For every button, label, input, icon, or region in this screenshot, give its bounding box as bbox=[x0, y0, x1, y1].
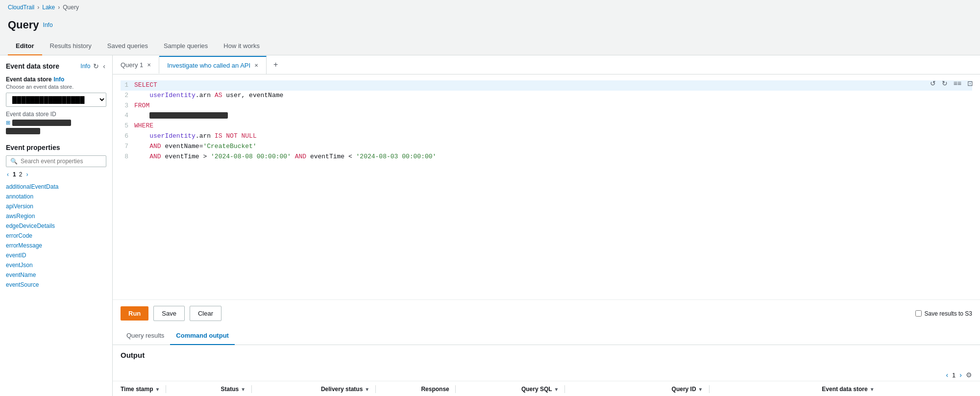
save-s3-checkbox[interactable] bbox=[915, 310, 922, 317]
search-icon: 🔍 bbox=[10, 158, 18, 165]
prop-eventSource[interactable]: eventSource bbox=[6, 281, 106, 289]
prop-eventID[interactable]: eventID bbox=[6, 251, 106, 259]
copy-icon[interactable]: ⊞ bbox=[6, 120, 10, 126]
run-button[interactable]: Run bbox=[121, 306, 148, 321]
th-sep-5 bbox=[564, 385, 565, 393]
prop-eventJson[interactable]: eventJson bbox=[6, 261, 106, 269]
event-ds-info-link[interactable]: Info bbox=[53, 76, 64, 83]
main-layout: Event data store Info ↻ ‹ Event data sto… bbox=[0, 55, 980, 396]
ds-id-value: ⊞ bbox=[6, 120, 106, 126]
props-pagination: ‹ 1 2 › bbox=[6, 171, 106, 178]
sort-delivery-status[interactable]: ▼ bbox=[365, 387, 369, 392]
query-tab-1-label: Query 1 bbox=[121, 61, 143, 69]
code-line-2: 2 userIdentity.arn AS user, eventName bbox=[121, 91, 972, 101]
prop-errorCode[interactable]: errorCode bbox=[6, 232, 106, 240]
query-tab-1-close[interactable]: ✕ bbox=[147, 62, 151, 68]
prop-additionalEventData[interactable]: additionalEventData bbox=[6, 183, 106, 191]
ds-id-text bbox=[12, 120, 71, 126]
top-tabs: Editor Results history Saved queries Sam… bbox=[0, 37, 980, 55]
redo-button[interactable]: ↻ bbox=[941, 78, 949, 88]
ds-id-short bbox=[6, 128, 40, 134]
left-panel-header: Event data store Info ↻ ‹ bbox=[6, 61, 106, 71]
code-line-3: 3 FROM bbox=[121, 101, 972, 111]
event-ds-dropdown[interactable]: ████████████████ bbox=[6, 93, 106, 107]
sort-timestamp[interactable]: ▼ bbox=[155, 387, 160, 392]
gear-button[interactable]: ⚙ bbox=[966, 371, 972, 379]
breadcrumb: CloudTrail › Lake › Query bbox=[0, 0, 980, 15]
editor-toolbar: ↺ ↻ ≡≡ ⊡ bbox=[929, 78, 974, 88]
prop-annotation[interactable]: annotation bbox=[6, 193, 106, 200]
query-tab-investigate-label: Investigate who called an API bbox=[167, 62, 250, 69]
left-panel-title: Event data store bbox=[6, 62, 59, 70]
action-bar: Run Save Clear Save results to S3 bbox=[113, 299, 980, 327]
left-panel-info-link[interactable]: Info bbox=[80, 63, 90, 70]
query-tab-investigate-close[interactable]: ✕ bbox=[254, 63, 258, 68]
query-tab-1[interactable]: Query 1 ✕ bbox=[113, 56, 159, 74]
output-section: Output bbox=[113, 345, 980, 369]
save-s3-label: Save results to S3 bbox=[925, 310, 972, 317]
sort-event-data-store[interactable]: ▼ bbox=[870, 387, 875, 392]
prop-edgeDeviceDetails[interactable]: edgeDeviceDetails bbox=[6, 222, 106, 230]
tab-results-history[interactable]: Results history bbox=[42, 37, 99, 55]
th-event-data-store: Event data store ▼ bbox=[822, 386, 972, 393]
undo-button[interactable]: ↺ bbox=[929, 78, 937, 88]
refresh-button[interactable]: ↻ bbox=[92, 61, 100, 71]
th-delivery-status: Delivery status ▼ bbox=[321, 385, 421, 393]
breadcrumb-lake[interactable]: Lake bbox=[42, 4, 55, 11]
add-query-tab-button[interactable]: + bbox=[267, 55, 285, 74]
results-tab-query-results[interactable]: Query results bbox=[121, 327, 170, 345]
query-tab-investigate[interactable]: Investigate who called an API ✕ bbox=[159, 56, 267, 74]
prop-eventName[interactable]: eventName bbox=[6, 271, 106, 279]
table-header: Time stamp ▼ Status ▼ Delivery status ▼ … bbox=[113, 381, 980, 396]
expand-button[interactable]: ⊡ bbox=[966, 78, 974, 88]
code-line-6: 6 userIdentity.arn IS NOT NULL bbox=[121, 131, 972, 142]
page-1[interactable]: 1 bbox=[13, 171, 16, 178]
tab-saved-queries[interactable]: Saved queries bbox=[99, 37, 156, 55]
sort-status[interactable]: ▼ bbox=[241, 387, 245, 392]
th-sep-6 bbox=[709, 385, 710, 393]
event-data-store-label: Event data store Info bbox=[6, 76, 106, 83]
code-editor[interactable]: 1 SELECT 2 userIdentity.arn AS user, eve… bbox=[113, 74, 980, 299]
results-page-num: 1 bbox=[952, 371, 956, 379]
prop-errorMessage[interactable]: errorMessage bbox=[6, 242, 106, 249]
save-button[interactable]: Save bbox=[153, 306, 185, 321]
action-bar-left: Run Save Clear bbox=[121, 306, 221, 321]
left-panel: Event data store Info ↻ ‹ Event data sto… bbox=[0, 55, 113, 396]
th-sep-2 bbox=[251, 385, 252, 393]
next-page-btn[interactable]: › bbox=[25, 171, 29, 178]
th-response: Response bbox=[421, 385, 521, 393]
th-status: Status ▼ bbox=[220, 385, 320, 393]
results-tabs: Query results Command output bbox=[113, 327, 980, 345]
property-list: additionalEventData annotation apiVersio… bbox=[6, 183, 106, 289]
code-line-8: 8 AND eventTime > '2024-08-08 00:00:00' … bbox=[121, 152, 972, 162]
th-sep-1 bbox=[166, 385, 166, 393]
th-sep-3 bbox=[375, 385, 376, 393]
event-properties-section: Event properties 🔍 ‹ 1 2 › additionalEve… bbox=[6, 144, 106, 289]
code-line-5: 5 WHERE bbox=[121, 121, 972, 131]
page-title: Query bbox=[8, 19, 39, 31]
prop-apiVersion[interactable]: apiVersion bbox=[6, 202, 106, 210]
breadcrumb-cloudtrail[interactable]: CloudTrail bbox=[8, 4, 34, 11]
tab-sample-queries[interactable]: Sample queries bbox=[156, 37, 216, 55]
page-info-link[interactable]: Info bbox=[43, 22, 53, 28]
prev-page-btn[interactable]: ‹ bbox=[6, 171, 10, 178]
breadcrumb-sep1: › bbox=[37, 4, 39, 11]
collapse-button[interactable]: ‹ bbox=[102, 61, 106, 71]
sort-query-sql[interactable]: ▼ bbox=[554, 387, 559, 392]
sort-query-id[interactable]: ▼ bbox=[698, 387, 703, 392]
code-line-4: 4 bbox=[121, 111, 972, 121]
results-tab-command-output[interactable]: Command output bbox=[170, 327, 235, 345]
page-2[interactable]: 2 bbox=[19, 171, 23, 178]
prop-awsRegion[interactable]: awsRegion bbox=[6, 212, 106, 220]
code-line-7: 7 AND eventName='CreateBucket' bbox=[121, 142, 972, 152]
tab-how-it-works[interactable]: How it works bbox=[216, 37, 268, 55]
tab-editor[interactable]: Editor bbox=[8, 37, 42, 55]
results-next-btn[interactable]: › bbox=[959, 371, 962, 379]
results-prev-btn[interactable]: ‹ bbox=[946, 371, 948, 379]
ds-id-label: Event data store ID bbox=[6, 111, 106, 118]
clear-button[interactable]: Clear bbox=[190, 306, 221, 321]
search-input[interactable] bbox=[21, 158, 102, 165]
results-pagination: ‹ 1 › ⚙ bbox=[113, 369, 980, 381]
save-s3-row: Save results to S3 bbox=[915, 310, 972, 317]
format-button[interactable]: ≡≡ bbox=[953, 78, 962, 88]
